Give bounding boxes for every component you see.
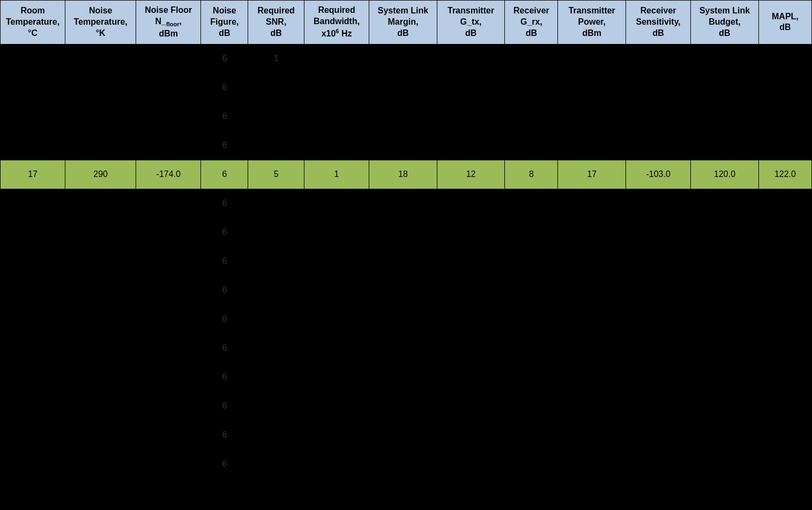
table-body: 17290-174.06111812817-107.0124.0126.0172… (1, 44, 812, 478)
cell (248, 102, 304, 131)
cell: 6 (201, 334, 248, 363)
cell: 6 (201, 131, 248, 160)
cell (248, 420, 304, 449)
table-row: 17290-174.0611812817-106.0123.0125.0 (1, 73, 812, 102)
cell (248, 305, 304, 334)
col-transmitter-gtx: TransmitterG_tx,dB (437, 1, 505, 45)
header-row: RoomTemperature,°C NoiseTemperature,°K N… (1, 1, 812, 45)
cell: 6 (201, 102, 248, 131)
cell: 18 (369, 160, 437, 189)
col-system-link-margin: System LinkMargin,dB (369, 1, 437, 45)
col-required-snr: RequiredSNR,dB (248, 1, 304, 45)
cell: 12 (437, 160, 505, 189)
cell: 120.0 (691, 160, 759, 189)
cell: 6 (201, 218, 248, 247)
col-room-temp: RoomTemperature,°C (1, 1, 65, 45)
table-row: 17290-174.0611812817-96.0113.0115.0 (1, 363, 812, 391)
cell: -103.0 (626, 160, 691, 189)
table-row: 17290-174.0611812817-93.0110.0112.0 (1, 449, 812, 478)
col-transmitter-power: TransmitterPower,dBm (558, 1, 626, 45)
table-row: 17290-174.0611812817-94.0111.0113.0 (1, 420, 812, 449)
cell: 17 (558, 160, 626, 189)
cell: 1 (248, 44, 304, 73)
col-mapl: MAPL,dB (758, 1, 811, 45)
cell: 6 (201, 391, 248, 420)
cell: 6 (201, 276, 248, 305)
cell: 1 (304, 160, 369, 189)
col-noise-temp: NoiseTemperature,°K (65, 1, 136, 45)
cell: 5 (248, 160, 304, 189)
link-budget-table: RoomTemperature,°C NoiseTemperature,°K N… (0, 0, 812, 478)
cell: 6 (201, 189, 248, 218)
table-row: 17290-174.0611812817-102.0119.0121.0 (1, 189, 812, 218)
col-receiver-sensitivity: ReceiverSensitivity,dB (626, 1, 691, 45)
cell: 6 (201, 44, 248, 73)
cell (248, 449, 304, 478)
cell: 17 (1, 160, 65, 189)
cell: 6 (201, 363, 248, 391)
cell (248, 276, 304, 305)
cell: 290 (65, 160, 136, 189)
table-row: 17290-174.0611812817-99.0116.0118.0 (1, 276, 812, 305)
table-row: 17290-174.06511812817-103.0120.0122.0 (1, 160, 812, 189)
cell (248, 363, 304, 391)
cell: 6 (201, 305, 248, 334)
col-noise-figure: NoiseFigure,dB (201, 1, 248, 45)
table-row: 17290-174.0611812817-98.0115.0117.0 (1, 305, 812, 334)
cell: 6 (201, 73, 248, 102)
cell (248, 334, 304, 363)
cell: 6 (201, 449, 248, 478)
cell (248, 247, 304, 276)
cell: 122.0 (758, 160, 811, 189)
table-row: 17290-174.0611812817-104.0121.0123.0 (1, 131, 812, 160)
col-required-bandwidth: RequiredBandwidth,x106 Hz (304, 1, 369, 45)
table-row: 17290-174.0611812817-95.0112.0114.0 (1, 391, 812, 420)
table-row: 17290-174.06111812817-107.0124.0126.0 (1, 44, 812, 73)
cell: 6 (201, 420, 248, 449)
cell (248, 73, 304, 102)
cell: 8 (505, 160, 558, 189)
col-noise-floor: Noise FloorN_floor,dBm (136, 1, 201, 45)
cell (248, 218, 304, 247)
col-system-link-budget: System LinkBudget,dB (691, 1, 759, 45)
col-receiver-grx: ReceiverG_rx,dB (505, 1, 558, 45)
cell (248, 131, 304, 160)
cell: 6 (201, 160, 248, 189)
cell: 6 (201, 247, 248, 276)
table-row: 17290-174.0611812817-101.0118.0120.0 (1, 218, 812, 247)
cell: -174.0 (136, 160, 201, 189)
cell (248, 189, 304, 218)
cell (248, 391, 304, 420)
table-row: 17290-174.0611812817-100.0117.0119.0 (1, 247, 812, 276)
table-row: 17290-174.0611812817-97.0114.0116.0 (1, 334, 812, 363)
table-row: 17290-174.0611812817-105.0122.0124.0 (1, 102, 812, 131)
